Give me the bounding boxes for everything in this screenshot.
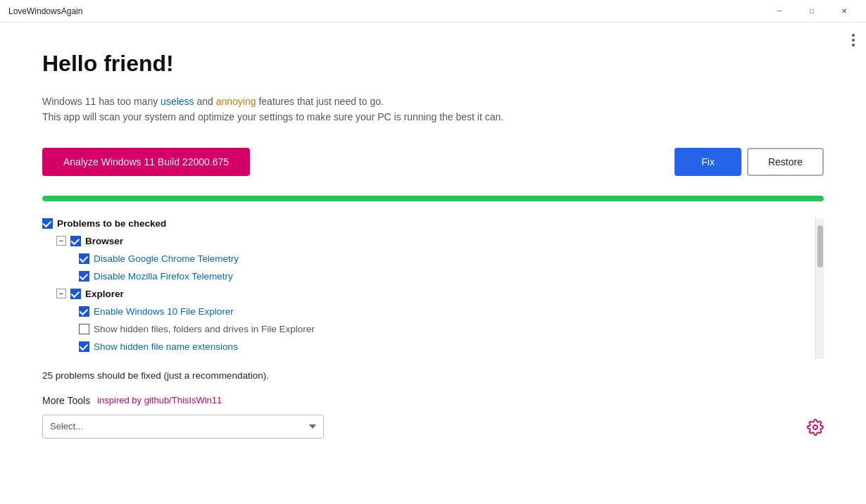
checklist-chrome-label: Disable Google Chrome Telemetry: [94, 253, 239, 264]
progress-bar: [42, 196, 824, 201]
checkbox-hiddenfiles[interactable]: [79, 324, 89, 334]
titlebar: LoveWindowsAgain ─ □ ✕: [0, 0, 866, 23]
analyze-button[interactable]: Analyze Windows 11 Build 22000.675: [42, 148, 250, 176]
checklist-hiddenfiles-label: Show hidden files, folders and drives in…: [94, 324, 315, 334]
greeting-heading: Hello friend!: [42, 51, 824, 77]
list-item: Problems to be checked: [42, 218, 810, 229]
main-content: Hello friend! Windows 11 has too many us…: [0, 23, 866, 453]
status-line: 25 problems should be fixed (just a reco…: [42, 370, 824, 381]
scrollbar-thumb[interactable]: [817, 225, 823, 267]
minimize-button[interactable]: ─: [763, 0, 796, 23]
checkbox-win10explorer[interactable]: [79, 306, 89, 317]
list-item: Enable Windows 10 File Explorer: [79, 306, 810, 317]
gear-button[interactable]: [807, 419, 824, 440]
collapse-explorer[interactable]: −: [56, 289, 66, 298]
checklist-extensions-label: Show hidden file name extensions: [94, 341, 238, 352]
more-tools-row: More Tools inspired by github/ThisIsWin1…: [42, 395, 824, 406]
list-item: Disable Mozilla Firefox Telemetry: [79, 271, 810, 282]
close-button[interactable]: ✕: [828, 0, 860, 23]
button-row: Analyze Windows 11 Build 22000.675 Fix R…: [42, 148, 824, 176]
list-item: Show hidden files, folders and drives in…: [79, 324, 810, 334]
checkbox-firefox[interactable]: [79, 271, 89, 282]
desc-line-1: Windows 11 has too many useless and anno…: [42, 94, 824, 109]
checkbox-chrome[interactable]: [79, 253, 89, 264]
app-title: LoveWindowsAgain: [8, 6, 82, 16]
list-item: − Browser: [56, 236, 810, 246]
restore-button[interactable]: Restore: [747, 148, 824, 176]
more-tools-link[interactable]: inspired by github/ThisIsWin11: [97, 395, 222, 405]
checklist-firefox-label: Disable Mozilla Firefox Telemetry: [94, 271, 233, 282]
checklist-browser-label: Browser: [85, 236, 123, 246]
checkbox-root[interactable]: [42, 218, 53, 229]
maximize-button[interactable]: □: [796, 0, 828, 23]
scrollbar-track[interactable]: [815, 218, 824, 359]
desc-line-2: This app will scan your system and optim…: [42, 109, 824, 125]
checklist-root-label: Problems to be checked: [57, 218, 166, 229]
checklist-explorer-label: Explorer: [85, 289, 124, 299]
more-tools-label: More Tools: [42, 395, 90, 406]
tools-select[interactable]: Select... Option 1 Option 2: [42, 415, 324, 439]
collapse-browser[interactable]: −: [56, 236, 66, 246]
gear-icon: [807, 419, 824, 436]
list-item: Disable Google Chrome Telemetry: [79, 253, 810, 264]
checklist-scroll[interactable]: Problems to be checked − Browser Disable…: [42, 218, 815, 359]
status-text: 25 problems should be fixed (just a reco…: [42, 370, 269, 381]
checkbox-explorer[interactable]: [70, 289, 81, 299]
list-item: Show hidden file name extensions: [79, 341, 810, 352]
checklist-win10explorer-label: Enable Windows 10 File Explorer: [94, 306, 234, 317]
checkbox-browser[interactable]: [70, 236, 81, 246]
description-text: Windows 11 has too many useless and anno…: [42, 94, 824, 125]
checklist-area: Problems to be checked − Browser Disable…: [42, 218, 824, 359]
checkbox-extensions[interactable]: [79, 341, 89, 352]
progress-bar-fill: [42, 196, 824, 201]
window-controls: ─ □ ✕: [763, 0, 860, 23]
list-item: − Explorer: [56, 289, 810, 299]
fix-button[interactable]: Fix: [674, 148, 741, 176]
